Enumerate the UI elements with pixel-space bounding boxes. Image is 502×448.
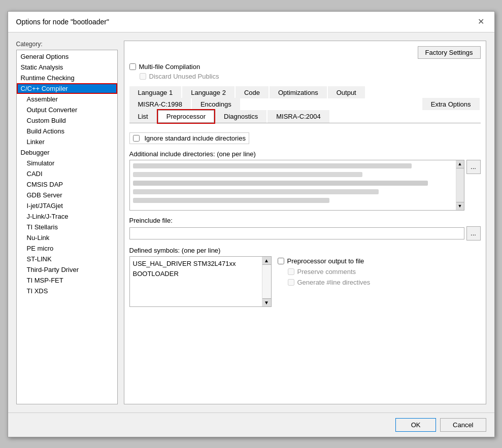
generate-line-label: Generate #line directives (297, 279, 371, 286)
generate-line-row: Generate #line directives (288, 279, 481, 286)
symbols-scroll-up[interactable]: ▲ (262, 257, 271, 265)
ok-button[interactable]: OK (395, 418, 436, 432)
tab-list[interactable]: List (129, 110, 157, 123)
sidebar-item-ti-msp-fet[interactable]: TI MSP-FET (17, 275, 117, 286)
category-list[interactable]: General OptionsStatic AnalysisRuntime Ch… (16, 50, 118, 404)
additional-include-label: Additional include directories: (one per… (129, 150, 481, 158)
sidebar-item-ijet-jtagjet[interactable]: I-jet/JTAGjet (17, 200, 117, 211)
options-dialog: Options for node "bootloader" ✕ Category… (8, 11, 495, 437)
content-area: Ignore standard include directories Addi… (129, 127, 481, 399)
preinclude-label: Preinclude file: (129, 217, 481, 224)
preinclude-field[interactable] (129, 227, 464, 239)
sidebar-item-assembler[interactable]: Assembler (17, 94, 117, 105)
category-label: Category: (16, 41, 118, 48)
preinclude-wrapper: ... (129, 226, 481, 240)
sidebar-item-pe-micro[interactable]: PE micro (17, 243, 117, 254)
sidebar-item-runtime-checking[interactable]: Runtime Checking (17, 73, 117, 83)
sidebar-item-third-party[interactable]: Third-Party Driver (17, 264, 117, 275)
include-scrollbar[interactable]: ▲ ▼ (456, 160, 464, 210)
sidebar-item-output-converter[interactable]: Output Converter (17, 105, 117, 115)
preserve-comments-label: Preserve comments (297, 268, 356, 275)
close-button[interactable]: ✕ (476, 17, 486, 27)
tabs-row2: MISRA-C:1998 Encodings Extra Options (129, 98, 481, 110)
preinclude-browse-button[interactable]: ... (466, 226, 481, 240)
title-bar: Options for node "bootloader" ✕ (8, 12, 494, 32)
discard-checkbox[interactable] (140, 73, 146, 80)
ignore-row: Ignore standard include directories (129, 132, 249, 144)
dialog-title: Options for node "bootloader" (16, 18, 110, 26)
sidebar-item-build-actions[interactable]: Build Actions (17, 126, 117, 136)
sidebar-item-nu-link[interactable]: Nu-Link (17, 232, 117, 243)
additional-include-wrapper: ▲ ▼ ... (129, 160, 481, 211)
sidebar-item-ti-xds[interactable]: TI XDS (17, 286, 117, 296)
tab-language1[interactable]: Language 1 (129, 86, 182, 98)
defined-symbols-content: USE_HAL_DRIVER STM32L471xx BOOTLOADER ▲ … (129, 256, 481, 307)
symbols-text: USE_HAL_DRIVER STM32L471xx BOOTLOADER (130, 257, 262, 306)
symbols-scroll-down[interactable]: ▼ (262, 298, 271, 306)
tab-diagnostics[interactable]: Diagnostics (215, 110, 266, 123)
left-panel: Category: General OptionsStatic Analysis… (16, 41, 118, 404)
sidebar-item-ti-stellaris[interactable]: TI Stellaris (17, 222, 117, 232)
defined-symbols-section: Defined symbols: (one per line) USE_HAL_… (129, 247, 481, 307)
tab-optimizations[interactable]: Optimizations (270, 86, 327, 98)
blurred-content (130, 160, 464, 209)
right-panel: Factory Settings Multi-file Compilation … (124, 41, 486, 404)
preprocessor-output-row: Preprocessor output to file (278, 257, 481, 265)
sidebar-item-cadi[interactable]: CADI (17, 168, 117, 179)
symbols-scrollbar[interactable]: ▲ ▼ (262, 257, 271, 306)
tab-language2[interactable]: Language 2 (182, 86, 235, 98)
symbols-list[interactable]: USE_HAL_DRIVER STM32L471xx BOOTLOADER ▲ … (129, 256, 272, 307)
sidebar-item-simulator[interactable]: Simulator (17, 158, 117, 168)
discard-row: Discard Unused Publics (140, 73, 481, 80)
sidebar-item-gdb-server[interactable]: GDB Server (17, 190, 117, 200)
factory-settings-button[interactable]: Factory Settings (418, 46, 481, 59)
additional-include-section: Additional include directories: (one per… (129, 150, 481, 211)
scroll-track (456, 168, 464, 202)
tab-preprocessor[interactable]: Preprocessor (158, 110, 214, 123)
tab-encodings[interactable]: Encodings (192, 98, 240, 110)
sidebar-item-jlink-jtrace[interactable]: J-Link/J-Trace (17, 211, 117, 222)
preprocessor-output-label: Preprocessor output to file (287, 257, 364, 265)
multifile-checkbox[interactable] (129, 63, 136, 70)
tab-code[interactable]: Code (236, 86, 269, 98)
preserve-comments-row: Preserve comments (288, 268, 481, 275)
sidebar-item-debugger[interactable]: Debugger (17, 147, 117, 158)
sidebar-item-custom-build[interactable]: Custom Build (17, 115, 117, 126)
preserve-comments-checkbox[interactable] (288, 268, 294, 275)
include-browse-button[interactable]: ... (466, 160, 481, 174)
factory-row: Factory Settings (129, 46, 481, 59)
top-options: Multi-file Compilation Discard Unused Pu… (129, 63, 481, 82)
generate-line-checkbox[interactable] (288, 279, 294, 286)
multifile-row: Multi-file Compilation (129, 63, 481, 71)
preinclude-section: Preinclude file: ... (129, 217, 481, 240)
ignore-label: Ignore standard include directories (145, 134, 246, 142)
ignore-checkbox[interactable] (133, 135, 140, 142)
symbols-right: Preprocessor output to file Preserve com… (278, 256, 481, 307)
dialog-footer: OK Cancel (8, 412, 494, 437)
tab-misra1998[interactable]: MISRA-C:1998 (129, 98, 191, 110)
tabs-row1: Language 1Language 2CodeOptimizationsOut… (129, 86, 481, 98)
tab-misra2004[interactable]: MISRA-C:2004 (267, 110, 329, 123)
tabs-container: Language 1Language 2CodeOptimizationsOut… (129, 86, 481, 123)
tab-rows: Language 1Language 2CodeOptimizationsOut… (129, 86, 481, 123)
symbols-track (262, 265, 271, 298)
dialog-body: Category: General OptionsStatic Analysis… (8, 32, 494, 412)
multifile-label: Multi-file Compilation (139, 63, 200, 71)
sidebar-item-cmsis-dap[interactable]: CMSIS DAP (17, 179, 117, 190)
cancel-button[interactable]: Cancel (440, 418, 486, 432)
sidebar-item-general-options[interactable]: General Options (17, 51, 117, 62)
additional-include-field[interactable]: ▲ ▼ (129, 160, 464, 211)
tab-output[interactable]: Output (328, 86, 365, 98)
tabs-row3: List Preprocessor Diagnostics MISRA-C:20… (129, 110, 481, 123)
sidebar-item-cpp-compiler[interactable]: C/C++ Compiler (17, 83, 117, 94)
preprocessor-output-checkbox[interactable] (278, 258, 284, 264)
tab-extra-options[interactable]: Extra Options (422, 98, 480, 110)
sidebar-item-linker[interactable]: Linker (17, 136, 117, 147)
scroll-down-icon[interactable]: ▼ (456, 202, 464, 210)
defined-symbols-label: Defined symbols: (one per line) (129, 247, 481, 254)
sidebar-item-st-link[interactable]: ST-LINK (17, 254, 117, 264)
scroll-up-icon[interactable]: ▲ (456, 160, 464, 168)
sidebar-item-static-analysis[interactable]: Static Analysis (17, 62, 117, 73)
symbols-left: USE_HAL_DRIVER STM32L471xx BOOTLOADER ▲ … (129, 256, 272, 307)
discard-label: Discard Unused Publics (149, 73, 219, 80)
